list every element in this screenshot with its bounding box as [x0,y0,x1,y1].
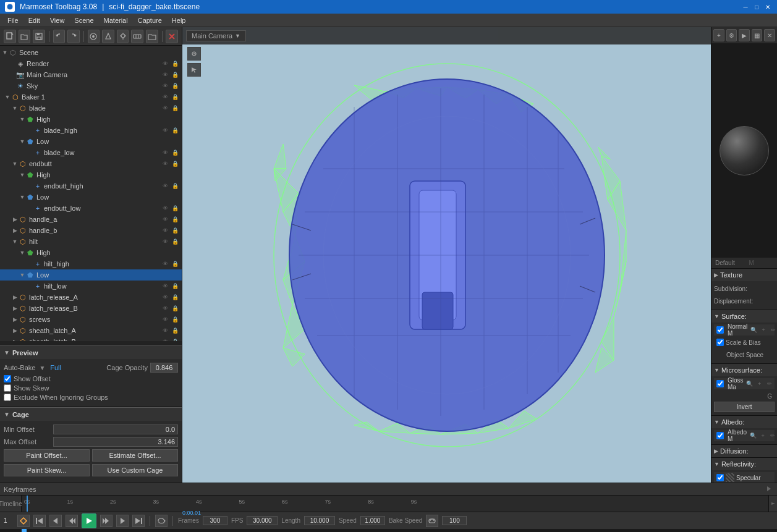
normal-map-checkbox[interactable] [716,326,724,334]
tree-item-handle-b[interactable]: ▶ ⬡ handle_b 👁 🔒 [0,225,182,236]
eblmesh-vis-icon[interactable]: 👁 [161,204,169,213]
scale-bias-checkbox[interactable] [716,339,724,346]
rt-render-btn[interactable]: ▶ [739,29,750,41]
eblmesh-lock-icon[interactable]: 🔒 [171,204,179,213]
ha-lock-icon[interactable]: 🔒 [171,215,179,224]
baker1-vis-icon[interactable]: 👁 [161,93,169,101]
new-btn[interactable] [4,30,16,43]
step-fwd-btn[interactable] [100,515,113,527]
shb-vis-icon[interactable]: 👁 [161,337,169,341]
next-frame-btn[interactable] [116,515,129,527]
save-btn[interactable] [33,30,45,43]
albedo-search-icon[interactable]: 🔍 [749,431,757,440]
tree-item-screws[interactable]: ▶ ⬡ screws 👁 🔒 [0,314,182,325]
gloss-edit-icon[interactable]: ✏ [765,379,774,388]
exclude-groups-checkbox[interactable] [4,394,11,401]
camera-selector[interactable]: Main Camera ▼ [186,30,246,41]
link-icon[interactable] [426,515,438,527]
tree-item-endbutt-high[interactable]: ▼ ⬟ High [0,169,182,180]
baker1-lock-icon[interactable]: 🔒 [171,93,179,101]
menu-scene[interactable]: Scene [69,15,98,25]
albedo-map-checkbox[interactable] [716,432,724,439]
cam-lock-icon[interactable]: 🔒 [171,70,179,79]
gloss-map-checkbox[interactable] [716,380,724,387]
surface-section-header[interactable]: ▼ Surface: [711,310,777,323]
tree-item-blade-low[interactable]: ▼ ⬟ Low [0,136,182,147]
tree-item-hilt[interactable]: ▼ ⬡ hilt 👁 🔒 [0,236,182,247]
endbutt-vis-icon[interactable]: 👁 [161,159,169,168]
paint-offset-btn[interactable]: Paint Offset... [4,449,90,462]
screws-vis-icon[interactable]: 👁 [161,315,169,324]
rt-grid-btn[interactable]: ▦ [752,29,763,41]
folder-btn[interactable] [146,30,158,43]
lb-lock-icon[interactable]: 🔒 [171,304,179,313]
tree-item-hilt-high-mesh[interactable]: ▶ + hilt_high 👁 🔒 [0,258,182,269]
bake-speed-input[interactable] [442,516,467,525]
bhmesh-vis-icon[interactable]: 👁 [161,126,169,135]
gloss-add-icon[interactable]: + [755,379,764,388]
loop-btn[interactable] [155,515,168,527]
rt-add-btn[interactable]: + [713,29,724,41]
tree-item-render[interactable]: ▶ ◈ Render 👁 🔒 [0,58,182,69]
tree-item-camera[interactable]: ▶ 📷 Main Camera 👁 🔒 [0,69,182,80]
ha-vis-icon[interactable]: 👁 [161,215,169,224]
tree-item-sheath-b[interactable]: ▶ ⬡ sheath_latch_B 👁 🔒 [0,336,182,341]
menu-capture[interactable]: Capture [133,15,167,25]
sha-lock-icon[interactable]: 🔒 [171,326,179,335]
preview-header[interactable]: ▼ Preview [0,345,182,359]
hilt-lock-icon[interactable]: 🔒 [171,237,179,246]
paint-skew-btn[interactable]: Paint Skew... [4,464,90,476]
viewport-cursor-btn[interactable] [187,63,201,77]
microsurface-section-header[interactable]: ▼ Microsurface: [711,364,777,376]
close-btn[interactable]: ✕ [763,2,772,11]
menu-material[interactable]: Material [99,15,133,25]
la-vis-icon[interactable]: 👁 [161,293,169,302]
diffusion-section-header[interactable]: ▶ Diffusion: [711,445,777,457]
hlmesh-vis-icon[interactable]: 👁 [161,282,169,290]
gloss-search-icon[interactable]: 🔍 [745,379,754,388]
blmesh-vis-icon[interactable]: 👁 [161,148,169,157]
tree-item-blade[interactable]: ▼ ⬡ blade 👁 🔒 [0,103,182,114]
viewport[interactable]: Main Camera ▼ [182,27,711,483]
length-input[interactable] [304,516,335,525]
tree-item-blade-high[interactable]: ▼ ⬟ High [0,114,182,125]
hlmesh-lock-icon[interactable]: 🔒 [171,282,179,290]
texture-section-header[interactable]: ▶ Texture [711,269,777,281]
ebhmesh-lock-icon[interactable]: 🔒 [171,182,179,190]
show-offset-checkbox[interactable] [4,375,11,382]
la-lock-icon[interactable]: 🔒 [171,293,179,302]
sky-vis-icon[interactable]: 👁 [161,82,169,90]
tree-item-endbutt-high-mesh[interactable]: ▶ + endbutt_high 👁 🔒 [0,180,182,192]
hhmesh-lock-icon[interactable]: 🔒 [171,260,179,268]
menu-view[interactable]: View [45,15,70,25]
tree-item-latch-a[interactable]: ▶ ⬡ latch_release_A 👁 🔒 [0,292,182,303]
normal-search-icon[interactable]: 🔍 [749,326,758,334]
play-btn[interactable] [82,513,96,528]
tree-item-hilt-low-mesh[interactable]: ▶ + hilt_low 👁 🔒 [0,281,182,292]
use-custom-cage-btn[interactable]: Use Custom Cage [92,464,178,476]
normal-edit-icon[interactable]: ✏ [769,326,777,334]
tree-item-baker1[interactable]: ▼ ⬡ Baker 1 👁 🔒 [0,91,182,103]
lights-btn[interactable] [117,30,129,43]
cam-vis-icon[interactable]: 👁 [161,70,169,79]
blade-lock-icon[interactable]: 🔒 [171,104,179,112]
viewport-settings-btn[interactable] [187,47,201,61]
estimate-offset-btn[interactable]: Estimate Offset... [92,449,178,462]
albedo-add-icon[interactable]: + [758,431,767,440]
minimize-btn[interactable]: ─ [741,2,750,11]
tree-item-blade-high-mesh[interactable]: ▶ + blade_high 👁 🔒 [0,125,182,136]
fps-input[interactable] [247,516,278,525]
blmesh-lock-icon[interactable]: 🔒 [171,148,179,157]
tree-item-endbutt-low[interactable]: ▼ ⬟ Low [0,192,182,203]
lb-vis-icon[interactable]: 👁 [161,304,169,313]
tree-item-sheath-a[interactable]: ▶ ⬡ sheath_latch_A 👁 🔒 [0,325,182,336]
tree-item-handle-a[interactable]: ▶ ⬡ handle_a 👁 🔒 [0,214,182,225]
screws-lock-icon[interactable]: 🔒 [171,315,179,324]
tree-item-hilt-high[interactable]: ▼ ⬟ High [0,247,182,258]
frames-input[interactable] [203,516,227,525]
tree-item-sky[interactable]: ▶ ☀ Sky 👁 🔒 [0,80,182,91]
tree-item-latch-b[interactable]: ▶ ⬡ latch_release_B 👁 🔒 [0,303,182,314]
bhmesh-lock-icon[interactable]: 🔒 [171,126,179,135]
cage-opacity-input[interactable] [150,363,178,373]
tree-item-blade-low-mesh[interactable]: ▶ + blade_low 👁 🔒 [0,147,182,158]
